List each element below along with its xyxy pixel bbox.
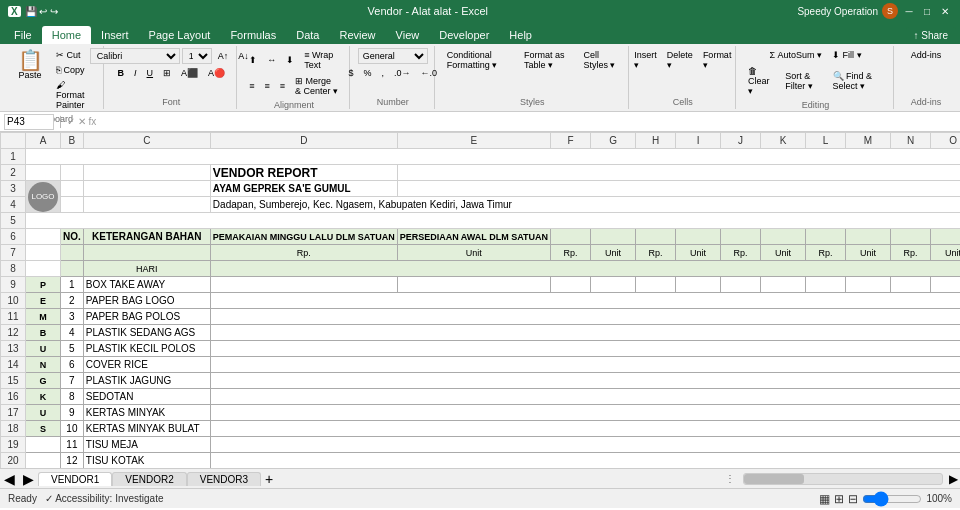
cell-7-rp3[interactable]: Rp.	[636, 245, 676, 261]
cell-10-item[interactable]: PAPER BAG LOGO	[83, 293, 210, 309]
cell-col10-header[interactable]	[931, 229, 960, 245]
border-button[interactable]: ⊞	[159, 66, 175, 80]
row-header-3[interactable]: 3	[1, 181, 26, 197]
row-header-12[interactable]: 12	[1, 325, 26, 341]
cell-ket-bahan-header[interactable]: KETERANGAN BAHAN	[83, 229, 210, 245]
cell-19-side[interactable]	[26, 437, 61, 453]
col-L[interactable]: L	[806, 133, 846, 149]
sheet-nav-right[interactable]: ▶	[19, 471, 38, 487]
minimize-button[interactable]: ─	[902, 4, 916, 18]
cell-col6-header[interactable]	[761, 229, 806, 245]
cell-11-no[interactable]: 3	[61, 309, 84, 325]
align-center-button[interactable]: ≡	[260, 79, 273, 93]
cell-13-no[interactable]: 5	[61, 341, 84, 357]
row-header-9[interactable]: 9	[1, 277, 26, 293]
cell-13-side[interactable]: U	[26, 341, 61, 357]
cell-address[interactable]: Dadapan, Sumberejo, Kec. Ngasem, Kabupat…	[210, 197, 960, 213]
cell-7-unit4[interactable]: Unit	[761, 245, 806, 261]
cell-9-m[interactable]	[846, 277, 891, 293]
zoom-slider[interactable]	[862, 491, 922, 507]
row-header-6[interactable]: 6	[1, 229, 26, 245]
cell-8-A[interactable]	[26, 261, 61, 277]
sheet-nav-left[interactable]: ◀	[0, 471, 19, 487]
cell-vendor-report[interactable]: VENDOR REPORT	[210, 165, 397, 181]
cell-7-rp2[interactable]: Rp.	[551, 245, 591, 261]
cell-3-B[interactable]	[61, 181, 84, 197]
col-J[interactable]: J	[721, 133, 761, 149]
format-as-table-button[interactable]: Format as Table ▾	[520, 48, 577, 72]
cell-7-unit1[interactable]: Unit	[397, 245, 550, 261]
sheet-grid[interactable]: A B C D E F G H I J K L M N O P Q	[0, 132, 960, 468]
cell-13-rest[interactable]	[210, 341, 960, 357]
cell-16-side[interactable]: K	[26, 389, 61, 405]
cell-7-no[interactable]	[61, 245, 84, 261]
cell-20-rest[interactable]	[210, 453, 960, 469]
cell-6-A[interactable]	[26, 229, 61, 245]
cell-7-unit2[interactable]: Unit	[591, 245, 636, 261]
cell-9-k[interactable]	[761, 277, 806, 293]
cell-7-unit3[interactable]: Unit	[676, 245, 721, 261]
cell-col5-header[interactable]	[721, 229, 761, 245]
font-color-button[interactable]: A🔴	[204, 66, 229, 80]
cell-7-rp1[interactable]: Rp.	[210, 245, 397, 261]
tab-developer[interactable]: Developer	[429, 26, 499, 44]
align-middle-button[interactable]: ↔	[263, 53, 280, 67]
cell-11-side[interactable]: M	[26, 309, 61, 325]
row-header-17[interactable]: 17	[1, 405, 26, 421]
sheet-tab-vendor1[interactable]: VENDOR1	[38, 472, 112, 486]
format-painter-button[interactable]: 🖌 Format Painter	[52, 78, 97, 112]
cell-9-f[interactable]	[551, 277, 591, 293]
horizontal-scrollbar[interactable]	[743, 473, 943, 485]
cell-7-rp6[interactable]: Rp.	[891, 245, 931, 261]
tab-help[interactable]: Help	[499, 26, 542, 44]
col-A[interactable]: A	[26, 133, 61, 149]
col-O[interactable]: O	[931, 133, 960, 149]
cell-1-empty[interactable]	[26, 149, 961, 165]
cell-col3-header[interactable]	[636, 229, 676, 245]
cell-18-no[interactable]: 10	[61, 421, 84, 437]
cell-10-side[interactable]: E	[26, 293, 61, 309]
formula-input[interactable]	[100, 116, 956, 127]
add-sheet-button[interactable]: +	[261, 471, 277, 487]
cell-16-no[interactable]: 8	[61, 389, 84, 405]
percent-button[interactable]: %	[360, 66, 376, 80]
row-header-5[interactable]: 5	[1, 213, 26, 229]
sheet-tab-vendor2[interactable]: VENDOR2	[112, 472, 186, 486]
cell-2-A[interactable]	[26, 165, 61, 181]
cell-9-h[interactable]	[636, 277, 676, 293]
cell-15-item[interactable]: PLASTIK JAGUNG	[83, 373, 210, 389]
row-header-15[interactable]: 15	[1, 373, 26, 389]
cell-col4-header[interactable]	[676, 229, 721, 245]
cell-col8-header[interactable]	[846, 229, 891, 245]
cell-12-no[interactable]: 4	[61, 325, 84, 341]
wrap-text-button[interactable]: ≡ Wrap Text	[300, 48, 343, 72]
cell-4-B[interactable]	[61, 197, 84, 213]
normal-view-button[interactable]: ▦	[819, 492, 830, 506]
font-size-select[interactable]: 11	[182, 48, 212, 64]
font-family-select[interactable]: Calibri	[90, 48, 180, 64]
tab-data[interactable]: Data	[286, 26, 329, 44]
italic-button[interactable]: I	[130, 66, 141, 80]
tab-formulas[interactable]: Formulas	[220, 26, 286, 44]
cell-9-o[interactable]	[931, 277, 960, 293]
bold-button[interactable]: B	[114, 66, 129, 80]
cell-13-item[interactable]: PLASTIK KECIL POLOS	[83, 341, 210, 357]
row-header-2[interactable]: 2	[1, 165, 26, 181]
cell-8-no[interactable]	[61, 261, 84, 277]
cell-19-no[interactable]: 11	[61, 437, 84, 453]
row-header-19[interactable]: 19	[1, 437, 26, 453]
cell-12-rest[interactable]	[210, 325, 960, 341]
cell-3-rest[interactable]	[397, 181, 960, 197]
cell-col1-header[interactable]	[551, 229, 591, 245]
row-header-18[interactable]: 18	[1, 421, 26, 437]
cell-15-side[interactable]: G	[26, 373, 61, 389]
col-I[interactable]: I	[676, 133, 721, 149]
number-format-select[interactable]: General	[358, 48, 428, 64]
sheet-tab-vendor3[interactable]: VENDOR3	[187, 472, 261, 486]
autosum-button[interactable]: Σ AutoSum ▾	[765, 48, 826, 62]
cell-9-e[interactable]	[397, 277, 550, 293]
col-K[interactable]: K	[761, 133, 806, 149]
cell-pemakaian-header[interactable]: PEMAKAIAN MINGGU LALU DLM SATUAN	[210, 229, 397, 245]
col-D[interactable]: D	[210, 133, 397, 149]
format-button[interactable]: Format ▾	[699, 48, 736, 72]
